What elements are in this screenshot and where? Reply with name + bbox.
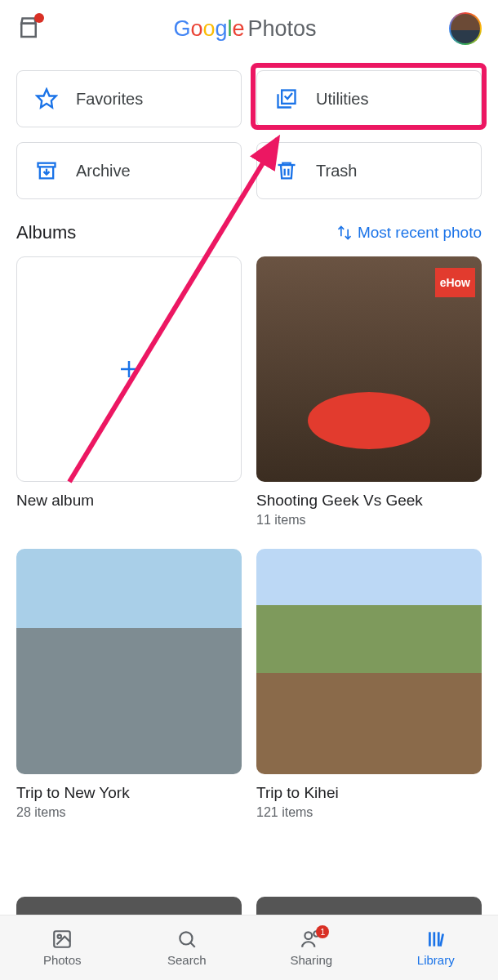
album-title: Trip to New York: [16, 784, 242, 802]
nav-label: Sharing: [290, 953, 332, 967]
nav-photos[interactable]: Photos: [0, 915, 125, 980]
bottom-nav: Photos Search 1 Sharing Library: [0, 915, 498, 980]
library-icon: [425, 929, 447, 950]
app-logo: Google Photos: [173, 16, 316, 42]
album-tile[interactable]: Shooting Geek Vs Geek 11 items: [256, 256, 482, 528]
svg-marker-0: [37, 89, 56, 107]
svg-point-10: [180, 932, 192, 944]
svg-line-17: [440, 934, 442, 947]
image-icon: [51, 929, 73, 950]
utilities-label: Utilities: [316, 90, 368, 109]
albums-header-row: Albums Most recent photo: [0, 207, 498, 252]
album-count: 28 items: [16, 805, 242, 820]
account-avatar[interactable]: [449, 12, 482, 45]
svg-line-11: [190, 942, 194, 947]
plus-icon: [117, 357, 141, 381]
album-thumb[interactable]: [16, 897, 242, 915]
album-count: 121 items: [256, 805, 482, 820]
svg-rect-2: [38, 163, 56, 167]
trash-icon: [275, 159, 298, 182]
trash-button[interactable]: Trash: [256, 142, 482, 199]
trash-label: Trash: [316, 162, 357, 180]
sort-button[interactable]: Most recent photo: [336, 224, 482, 242]
utilities-button[interactable]: Utilities: [256, 70, 482, 127]
favorites-label: Favorites: [76, 90, 143, 109]
album-thumb: [16, 549, 242, 774]
nav-label: Photos: [43, 953, 82, 967]
album-thumb: [256, 256, 482, 482]
svg-point-12: [305, 932, 313, 939]
album-title: Trip to Kihei: [256, 784, 482, 802]
archive-button[interactable]: Archive: [16, 142, 242, 199]
album-title: New album: [16, 492, 242, 510]
utilities-icon: [275, 87, 298, 110]
album-title: Shooting Geek Vs Geek: [256, 492, 482, 510]
svg-point-9: [58, 935, 61, 938]
star-icon: [35, 87, 58, 110]
albums-title: Albums: [16, 222, 76, 243]
quick-actions: Favorites Utilities Archive Trash: [0, 57, 498, 207]
album-count: 11 items: [256, 513, 482, 528]
avatar-image: [451, 14, 480, 43]
nav-label: Search: [167, 953, 207, 967]
album-thumb: [256, 549, 482, 774]
nav-search[interactable]: Search: [125, 915, 250, 980]
sort-arrows-icon: [336, 225, 353, 241]
new-album-tile[interactable]: New album: [16, 256, 242, 528]
favorites-button[interactable]: Favorites: [16, 70, 242, 127]
album-thumb[interactable]: [256, 897, 482, 915]
album-tile[interactable]: Trip to Kihei 121 items: [256, 549, 482, 820]
notification-dot-icon: [34, 13, 44, 23]
nav-label: Library: [417, 953, 455, 967]
nav-sharing[interactable]: 1 Sharing: [249, 915, 374, 980]
albums-peek-row: [0, 897, 498, 915]
sort-label: Most recent photo: [358, 224, 482, 242]
print-store-button[interactable]: [16, 16, 41, 41]
search-icon: [176, 929, 198, 950]
new-album-thumb: [16, 256, 242, 482]
albums-grid: New album Shooting Geek Vs Geek 11 items…: [0, 252, 498, 836]
nav-library[interactable]: Library: [374, 915, 499, 980]
album-tile[interactable]: Trip to New York 28 items: [16, 549, 242, 820]
logo-suffix: Photos: [248, 16, 317, 42]
archive-label: Archive: [76, 162, 131, 180]
app-header: Google Photos: [0, 0, 498, 57]
archive-icon: [35, 159, 58, 182]
badge-icon: 1: [316, 925, 329, 938]
